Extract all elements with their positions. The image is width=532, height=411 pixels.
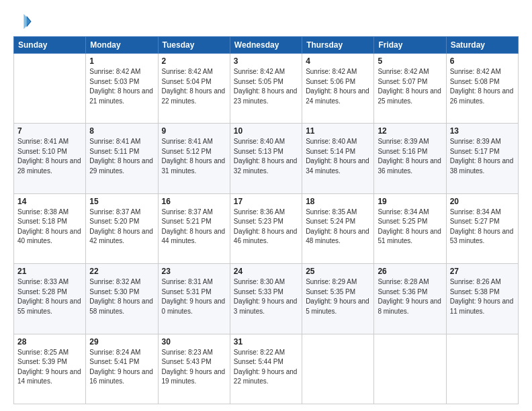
- page: Sunday Monday Tuesday Wednesday Thursday…: [0, 0, 532, 411]
- table-cell: 5 Sunrise: 8:42 AMSunset: 5:07 PMDayligh…: [374, 54, 446, 124]
- day-info: Sunrise: 8:33 AMSunset: 5:28 PMDaylight:…: [17, 277, 82, 316]
- day-info: Sunrise: 8:42 AMSunset: 5:05 PMDaylight:…: [234, 67, 298, 106]
- col-friday: Friday: [374, 37, 446, 54]
- day-info: Sunrise: 8:35 AMSunset: 5:24 PMDaylight:…: [306, 208, 370, 246]
- table-cell: [14, 54, 86, 124]
- day-info: Sunrise: 8:38 AMSunset: 5:18 PMDaylight:…: [17, 208, 82, 246]
- day-info: Sunrise: 8:40 AMSunset: 5:13 PMDaylight:…: [234, 137, 298, 176]
- day-info: Sunrise: 8:36 AMSunset: 5:23 PMDaylight:…: [234, 208, 298, 246]
- col-sunday: Sunday: [14, 37, 86, 54]
- day-info: Sunrise: 8:31 AMSunset: 5:31 PMDaylight:…: [162, 277, 226, 316]
- day-info: Sunrise: 8:24 AMSunset: 5:41 PMDaylight:…: [89, 348, 154, 387]
- day-number: 5: [378, 56, 442, 66]
- table-cell: 13 Sunrise: 8:39 AMSunset: 5:17 PMDaylig…: [446, 124, 518, 193]
- day-info: Sunrise: 8:41 AMSunset: 5:11 PMDaylight:…: [89, 137, 154, 176]
- day-info: Sunrise: 8:29 AMSunset: 5:35 PMDaylight:…: [306, 277, 370, 316]
- day-number: 26: [378, 267, 442, 276]
- day-number: 17: [234, 197, 298, 206]
- table-cell: 8 Sunrise: 8:41 AMSunset: 5:11 PMDayligh…: [86, 124, 158, 193]
- table-cell: 30 Sunrise: 8:23 AMSunset: 5:43 PMDaylig…: [158, 334, 230, 404]
- table-cell: 4 Sunrise: 8:42 AMSunset: 5:06 PMDayligh…: [302, 54, 374, 124]
- day-info: Sunrise: 8:37 AMSunset: 5:21 PMDaylight:…: [162, 208, 226, 246]
- col-tuesday: Tuesday: [158, 37, 230, 54]
- col-monday: Monday: [86, 37, 158, 54]
- day-number: 30: [162, 337, 226, 347]
- table-cell: 12 Sunrise: 8:39 AMSunset: 5:16 PMDaylig…: [374, 124, 446, 193]
- calendar-header-row: Sunday Monday Tuesday Wednesday Thursday…: [14, 37, 519, 54]
- col-wednesday: Wednesday: [230, 37, 302, 54]
- day-info: Sunrise: 8:34 AMSunset: 5:25 PMDaylight:…: [378, 208, 442, 246]
- day-number: 4: [306, 56, 370, 66]
- day-number: 28: [17, 337, 82, 347]
- table-cell: 9 Sunrise: 8:41 AMSunset: 5:12 PMDayligh…: [158, 124, 230, 193]
- table-cell: 16 Sunrise: 8:37 AMSunset: 5:21 PMDaylig…: [158, 193, 230, 263]
- day-number: 13: [450, 126, 515, 136]
- table-cell: 7 Sunrise: 8:41 AMSunset: 5:10 PMDayligh…: [14, 124, 86, 193]
- day-info: Sunrise: 8:39 AMSunset: 5:16 PMDaylight:…: [378, 137, 442, 176]
- table-cell: 19 Sunrise: 8:34 AMSunset: 5:25 PMDaylig…: [374, 193, 446, 263]
- table-cell: 2 Sunrise: 8:42 AMSunset: 5:04 PMDayligh…: [158, 54, 230, 124]
- table-cell: 1 Sunrise: 8:42 AMSunset: 5:03 PMDayligh…: [86, 54, 158, 124]
- day-info: Sunrise: 8:42 AMSunset: 5:03 PMDaylight:…: [89, 67, 154, 106]
- day-number: 23: [162, 267, 226, 276]
- table-cell: 23 Sunrise: 8:31 AMSunset: 5:31 PMDaylig…: [158, 264, 230, 334]
- day-number: 25: [306, 267, 370, 276]
- col-thursday: Thursday: [302, 37, 374, 54]
- day-info: Sunrise: 8:42 AMSunset: 5:07 PMDaylight:…: [378, 67, 442, 106]
- table-cell: 29 Sunrise: 8:24 AMSunset: 5:41 PMDaylig…: [86, 334, 158, 404]
- table-cell: 20 Sunrise: 8:34 AMSunset: 5:27 PMDaylig…: [446, 193, 518, 263]
- day-number: 15: [89, 197, 154, 206]
- day-number: 10: [234, 126, 298, 136]
- calendar-table: Sunday Monday Tuesday Wednesday Thursday…: [13, 36, 519, 404]
- day-number: 12: [378, 126, 442, 136]
- day-info: Sunrise: 8:42 AMSunset: 5:06 PMDaylight:…: [306, 67, 370, 106]
- day-info: Sunrise: 8:39 AMSunset: 5:17 PMDaylight:…: [450, 137, 515, 176]
- table-cell: 18 Sunrise: 8:35 AMSunset: 5:24 PMDaylig…: [302, 193, 374, 263]
- table-cell: 22 Sunrise: 8:32 AMSunset: 5:30 PMDaylig…: [86, 264, 158, 334]
- day-info: Sunrise: 8:41 AMSunset: 5:10 PMDaylight:…: [17, 137, 82, 176]
- day-number: 20: [450, 197, 515, 206]
- logo-icon: [13, 12, 32, 31]
- day-number: 29: [89, 337, 154, 347]
- day-number: 7: [17, 126, 82, 136]
- table-cell: 31 Sunrise: 8:22 AMSunset: 5:44 PMDaylig…: [230, 334, 302, 404]
- table-cell: 28 Sunrise: 8:25 AMSunset: 5:39 PMDaylig…: [14, 334, 86, 404]
- day-info: Sunrise: 8:37 AMSunset: 5:20 PMDaylight:…: [89, 208, 154, 246]
- day-number: 21: [17, 267, 82, 276]
- day-number: 1: [89, 56, 154, 66]
- svg-marker-1: [24, 14, 30, 29]
- day-number: 22: [89, 267, 154, 276]
- table-cell: [302, 334, 374, 404]
- table-cell: 3 Sunrise: 8:42 AMSunset: 5:05 PMDayligh…: [230, 54, 302, 124]
- table-cell: 25 Sunrise: 8:29 AMSunset: 5:35 PMDaylig…: [302, 264, 374, 334]
- day-number: 11: [306, 126, 370, 136]
- day-info: Sunrise: 8:41 AMSunset: 5:12 PMDaylight:…: [162, 137, 226, 176]
- day-number: 18: [306, 197, 370, 206]
- day-info: Sunrise: 8:25 AMSunset: 5:39 PMDaylight:…: [17, 348, 82, 387]
- day-info: Sunrise: 8:23 AMSunset: 5:43 PMDaylight:…: [162, 348, 226, 387]
- col-saturday: Saturday: [446, 37, 518, 54]
- day-number: 6: [450, 56, 515, 66]
- day-info: Sunrise: 8:42 AMSunset: 5:08 PMDaylight:…: [450, 67, 515, 106]
- table-cell: 15 Sunrise: 8:37 AMSunset: 5:20 PMDaylig…: [86, 193, 158, 263]
- day-number: 19: [378, 197, 442, 206]
- table-cell: 24 Sunrise: 8:30 AMSunset: 5:33 PMDaylig…: [230, 264, 302, 334]
- table-cell: 17 Sunrise: 8:36 AMSunset: 5:23 PMDaylig…: [230, 193, 302, 263]
- day-number: 27: [450, 267, 515, 276]
- table-cell: 21 Sunrise: 8:33 AMSunset: 5:28 PMDaylig…: [14, 264, 86, 334]
- table-cell: 27 Sunrise: 8:26 AMSunset: 5:38 PMDaylig…: [446, 264, 518, 334]
- day-number: 2: [162, 56, 226, 66]
- table-cell: [374, 334, 446, 404]
- header: [13, 12, 519, 31]
- table-cell: [446, 334, 518, 404]
- logo: [13, 12, 34, 31]
- day-info: Sunrise: 8:28 AMSunset: 5:36 PMDaylight:…: [378, 277, 442, 316]
- day-number: 3: [234, 56, 298, 66]
- day-info: Sunrise: 8:34 AMSunset: 5:27 PMDaylight:…: [450, 208, 515, 246]
- day-number: 16: [162, 197, 226, 206]
- day-info: Sunrise: 8:42 AMSunset: 5:04 PMDaylight:…: [162, 67, 226, 106]
- day-number: 24: [234, 267, 298, 276]
- table-cell: 6 Sunrise: 8:42 AMSunset: 5:08 PMDayligh…: [446, 54, 518, 124]
- day-info: Sunrise: 8:30 AMSunset: 5:33 PMDaylight:…: [234, 277, 298, 316]
- day-info: Sunrise: 8:40 AMSunset: 5:14 PMDaylight:…: [306, 137, 370, 176]
